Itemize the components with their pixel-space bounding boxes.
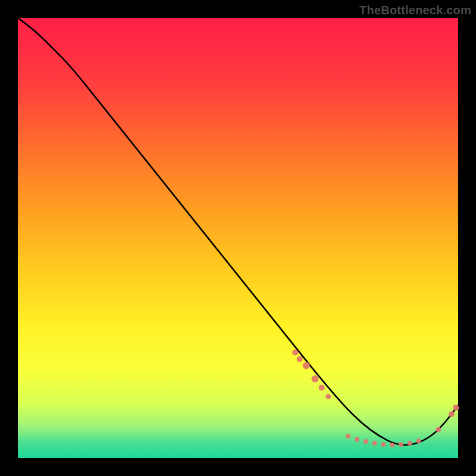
data-point-cluster-descent	[311, 375, 318, 383]
data-point-cluster-descent	[292, 349, 298, 355]
data-point-valley-floor	[355, 437, 359, 441]
data-point-ascent	[453, 405, 459, 411]
data-point-cluster-descent	[303, 362, 310, 369]
chart-overlay	[18, 18, 458, 458]
plot-area	[18, 18, 458, 458]
data-point-valley-floor	[390, 443, 394, 447]
data-point-valley-floor	[372, 441, 377, 446]
bottleneck-curve	[18, 18, 458, 445]
data-point-cluster-descent	[319, 385, 325, 391]
chart-stage: TheBottleneck.com	[0, 0, 476, 476]
data-point-valley-floor	[381, 442, 386, 447]
data-point-valley-floor	[416, 439, 421, 443]
data-point-valley-floor	[364, 439, 368, 444]
data-point-ascent	[449, 411, 455, 417]
data-point-cluster-descent	[325, 394, 331, 399]
data-point-valley-floor	[399, 442, 403, 447]
data-point-valley-floor	[346, 434, 350, 439]
data-point-valley-floor	[408, 441, 412, 446]
data-point-cluster-descent	[297, 356, 303, 362]
watermark-text: TheBottleneck.com	[359, 4, 471, 17]
data-point-ascent	[436, 427, 441, 432]
